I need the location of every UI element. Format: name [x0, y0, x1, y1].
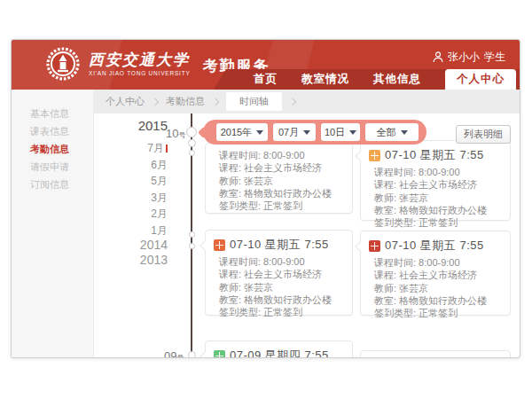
- main-nav: 首页 教室情况 其他信息 个人中心: [214, 69, 520, 90]
- card-field: 教师: 张芸京: [219, 175, 345, 187]
- type-dropdown-value: 全部: [377, 126, 396, 139]
- timeline-node: [189, 150, 195, 156]
- university-name-block: 西安交通大学 XI'AN JIAO TONG UNIVERSITY: [89, 51, 191, 76]
- university-logo-icon: [45, 46, 81, 82]
- card-field: 教师: 张芸京: [374, 282, 503, 294]
- breadcrumb: 个人中心 考勤信息 时间轴: [94, 90, 520, 113]
- chevron-right-icon: [289, 98, 296, 105]
- card-field: 教师: 张芸京: [374, 192, 503, 204]
- card-field: 课程: 社会主义市场经济: [374, 178, 503, 191]
- timeline-day-10: 10号: [166, 127, 185, 140]
- timeline-node: [188, 351, 196, 358]
- card-field: 课程: 社会主义市场经济: [374, 269, 503, 281]
- card-arrow-tip: [355, 241, 364, 251]
- caret-down-icon: [303, 130, 310, 135]
- attendance-card: 07-10 星期五 7:55 课程时间: 8:00-9:00 课程: 社会主义市…: [205, 230, 353, 316]
- scale-month-may[interactable]: 5月: [151, 174, 168, 189]
- card-arrow-tip: [200, 240, 209, 250]
- scale-year-2015[interactable]: 2015: [138, 118, 168, 133]
- attendance-stamp-orange-icon: [369, 150, 380, 161]
- card-field: 课程: 社会主义市场经济: [219, 161, 345, 174]
- card-arrow-tip: [355, 151, 364, 160]
- user-account[interactable]: 张小小 学生: [433, 50, 505, 65]
- scale-month-mar[interactable]: 3月: [151, 191, 168, 206]
- date-filter-bar: 2015年 07月 10日 全部: [203, 120, 426, 145]
- scale-month-feb[interactable]: 2月: [151, 207, 168, 222]
- scale-month-label: 7月: [147, 142, 164, 154]
- card-field: 签到类型: 正常签到: [219, 200, 345, 212]
- sidebar-item-basic-info[interactable]: 基本信息: [30, 107, 69, 121]
- university-name-en: XI'AN JIAO TONG UNIVERSITY: [89, 70, 191, 76]
- sidebar: 基本信息 课表信息 考勤信息 请假申请 订阅信息: [12, 90, 94, 357]
- card-field: 教室: 格物致知行政办公楼: [374, 294, 503, 307]
- month-dropdown[interactable]: 07月: [273, 123, 316, 141]
- nav-tab-personal-center[interactable]: 个人中心: [445, 69, 516, 90]
- chevron-right-icon: [152, 98, 159, 105]
- card-field: 课程时间: 8:00-9:00: [374, 166, 503, 178]
- scale-year-2014[interactable]: 2014: [140, 238, 168, 252]
- day-unit: 号: [178, 131, 185, 139]
- card-date-title: 07-09 星期四 7:55: [230, 348, 329, 358]
- caret-down-icon: [401, 130, 408, 135]
- caret-down-icon: [349, 130, 356, 135]
- card-date-title: 07-10 星期五 7:55: [385, 147, 484, 163]
- timeline-node: [186, 127, 197, 137]
- card-field: 签到类型: 正常签到: [219, 306, 345, 318]
- day-dropdown[interactable]: 10日: [321, 123, 360, 141]
- breadcrumb-item-attendance-info[interactable]: 考勤信息: [166, 95, 205, 108]
- attendance-card: 课程时间: 8:00-9:00 课程: 社会主义市场经济 教师: 张芸京 教室:…: [205, 143, 353, 214]
- card-date-title: 07-10 星期五 7:55: [385, 238, 484, 254]
- sidebar-item-leave-request[interactable]: 请假申请: [30, 160, 69, 174]
- card-field: 课程时间: 8:00-9:00: [219, 255, 345, 268]
- year-dropdown[interactable]: 2015年: [216, 123, 268, 141]
- university-name-cn: 西安交通大学: [89, 51, 191, 68]
- attendance-card: [360, 350, 511, 358]
- nav-item-classrooms[interactable]: 教室情况: [301, 72, 349, 87]
- card-field: 签到类型: 正常签到: [374, 307, 503, 319]
- day-number: 10: [166, 127, 178, 140]
- scale-month-jul[interactable]: 7月: [147, 141, 168, 156]
- caret-down-icon: [256, 130, 263, 135]
- attendance-stamp-red-icon: [369, 240, 380, 252]
- sidebar-item-timetable-info[interactable]: 课表信息: [30, 125, 69, 138]
- breadcrumb-item-timeline-active[interactable]: 时间轴: [226, 92, 282, 111]
- screenshot-stage: 西安交通大学 XI'AN JIAO TONG UNIVERSITY 考勤服务 张…: [0, 0, 532, 399]
- user-role: 学生: [484, 50, 505, 65]
- scale-month-jun[interactable]: 6月: [151, 158, 168, 173]
- year-dropdown-value: 2015年: [221, 126, 252, 139]
- type-dropdown[interactable]: 全部: [365, 123, 419, 141]
- attendance-stamp-green-icon: [214, 350, 225, 359]
- month-dropdown-value: 07月: [278, 126, 299, 139]
- breadcrumb-item-personal-center[interactable]: 个人中心: [106, 95, 145, 108]
- nav-item-other-info[interactable]: 其他信息: [373, 72, 421, 87]
- app-header: 西安交通大学 XI'AN JIAO TONG UNIVERSITY 考勤服务 张…: [12, 40, 520, 90]
- day-dropdown-value: 10日: [325, 126, 345, 139]
- app-window: 西安交通大学 XI'AN JIAO TONG UNIVERSITY 考勤服务 张…: [11, 39, 520, 358]
- day-number: 09: [164, 349, 176, 358]
- sidebar-item-subscription-info[interactable]: 订阅信息: [30, 178, 69, 192]
- card-field: 教室: 格物致知行政办公楼: [219, 187, 345, 200]
- card-field: 教室: 格物致知行政办公楼: [374, 204, 503, 216]
- card-arrow-tip: [200, 351, 209, 358]
- day-unit: 号: [176, 354, 184, 358]
- card-field: 课程时间: 8:00-9:00: [374, 256, 503, 269]
- scale-year-2013[interactable]: 2013: [140, 253, 168, 267]
- sidebar-item-attendance-info[interactable]: 考勤信息: [30, 143, 69, 156]
- nav-item-home[interactable]: 首页: [254, 72, 278, 87]
- timeline-node: [188, 139, 196, 147]
- card-date-title: 07-10 星期五 7:55: [230, 237, 329, 253]
- timeline-node: [189, 243, 195, 249]
- card-field: 课程时间: 8:00-9:00: [219, 149, 345, 161]
- card-field: 教室: 格物致知行政办公楼: [219, 293, 345, 306]
- timeline-node: [189, 231, 195, 238]
- attendance-card: 07-10 星期五 7:55 课程时间: 8:00-9:00 课程: 社会主义市…: [360, 231, 511, 316]
- list-detail-button[interactable]: 列表明细: [456, 125, 511, 144]
- scale-month-jan[interactable]: 1月: [151, 223, 168, 239]
- user-icon: [433, 51, 443, 63]
- current-month-tick: [166, 145, 168, 153]
- card-field: 签到类型: 正常签到: [374, 216, 503, 229]
- card-field: 课程: 社会主义市场经济: [219, 268, 345, 280]
- attendance-card: 07-09 星期四 7:55: [205, 340, 353, 358]
- attendance-card: 07-10 星期五 7:55 课程时间: 8:00-9:00 课程: 社会主义市…: [360, 140, 511, 221]
- timeline-day-09: 09号: [164, 349, 184, 358]
